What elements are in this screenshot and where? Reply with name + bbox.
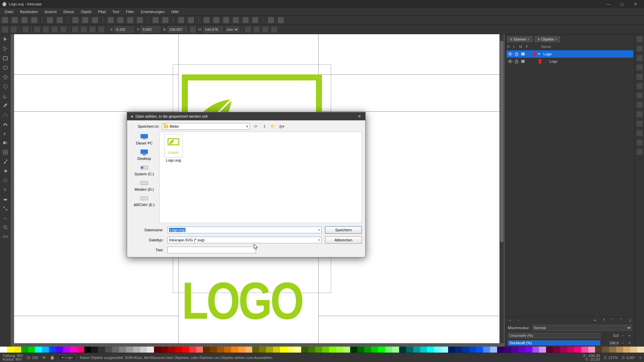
dock-icon[interactable] bbox=[637, 111, 643, 117]
palette-swatch[interactable] bbox=[14, 347, 21, 353]
palette-swatch[interactable] bbox=[364, 347, 371, 353]
palette-swatch[interactable] bbox=[63, 347, 70, 353]
zoom-page-icon[interactable] bbox=[117, 17, 123, 23]
up-one-level-icon[interactable]: ↥ bbox=[261, 123, 267, 129]
window-minimize-button[interactable]: — bbox=[602, 0, 615, 8]
rotate-ccw-icon[interactable] bbox=[34, 26, 40, 33]
palette-swatch[interactable] bbox=[441, 347, 448, 353]
dock-icon[interactable] bbox=[637, 139, 643, 145]
text-tool-icon[interactable]: A bbox=[2, 130, 9, 137]
palette-swatch[interactable] bbox=[294, 347, 301, 353]
unit-select[interactable]: mm bbox=[225, 26, 239, 33]
lpe-tool-icon[interactable] bbox=[2, 215, 9, 221]
palette-swatch[interactable] bbox=[476, 347, 483, 353]
palette-swatch[interactable] bbox=[21, 347, 28, 353]
palette-swatch[interactable] bbox=[371, 347, 378, 353]
prefs-icon[interactable] bbox=[268, 17, 274, 23]
open-icon[interactable] bbox=[12, 17, 18, 23]
palette-swatch[interactable] bbox=[616, 347, 623, 353]
view-menu-icon[interactable]: ▥▾ bbox=[279, 123, 285, 129]
y-input[interactable] bbox=[141, 26, 160, 33]
palette-swatch[interactable] bbox=[287, 347, 294, 353]
palette-swatch[interactable] bbox=[91, 347, 98, 353]
clone-icon[interactable] bbox=[162, 17, 168, 23]
menu-filter[interactable]: Filter bbox=[123, 9, 137, 14]
mesh-tool-icon[interactable] bbox=[2, 149, 9, 156]
lock-status-icon[interactable]: 🔒 bbox=[50, 355, 55, 360]
palette-swatch[interactable] bbox=[35, 347, 42, 353]
palette-swatch[interactable] bbox=[308, 347, 315, 353]
menu-text[interactable]: Text bbox=[110, 9, 122, 14]
palette-swatch[interactable] bbox=[420, 347, 427, 353]
palette-swatch[interactable] bbox=[609, 347, 616, 353]
connector-tool-icon[interactable] bbox=[2, 205, 9, 212]
palette-swatch[interactable] bbox=[140, 347, 147, 353]
palette-swatch[interactable] bbox=[350, 347, 357, 353]
palette-swatch[interactable] bbox=[413, 347, 420, 353]
title-input[interactable] bbox=[167, 247, 256, 253]
window-maximize-button[interactable]: ▢ bbox=[615, 0, 629, 8]
star-tool-icon[interactable] bbox=[2, 74, 9, 80]
blur-minus[interactable]: − bbox=[621, 334, 625, 338]
palette-swatch[interactable] bbox=[175, 347, 182, 353]
palette-swatch[interactable] bbox=[154, 347, 161, 353]
menu-ebene[interactable]: Ebene bbox=[61, 9, 77, 14]
palette-swatch[interactable] bbox=[0, 347, 7, 353]
undo-icon[interactable] bbox=[47, 17, 53, 23]
window-close-button[interactable]: ✕ bbox=[629, 0, 642, 8]
cancel-button[interactable]: Abbrechen bbox=[325, 236, 362, 244]
palette-swatch[interactable] bbox=[567, 347, 574, 353]
palette-swatch[interactable] bbox=[84, 347, 91, 353]
palette-swatch[interactable] bbox=[231, 347, 238, 353]
h-input[interactable] bbox=[203, 26, 223, 33]
dialog-close-button[interactable]: ✕ bbox=[356, 114, 363, 119]
palette-swatch[interactable] bbox=[245, 347, 252, 353]
palette-swatch[interactable] bbox=[518, 347, 525, 353]
measure-tool-icon[interactable] bbox=[2, 233, 9, 240]
dock-icon[interactable] bbox=[637, 102, 643, 108]
dock-icon[interactable] bbox=[637, 83, 643, 89]
rect-tool-icon[interactable] bbox=[2, 55, 9, 62]
place-this-pc[interactable]: Dieser PC bbox=[130, 133, 158, 145]
affect-corner-icon[interactable] bbox=[254, 26, 260, 33]
ungroup-icon[interactable] bbox=[188, 17, 194, 23]
copy-icon[interactable] bbox=[72, 17, 78, 23]
move-down-icon[interactable]: ⤓ bbox=[627, 318, 633, 323]
palette-swatch[interactable] bbox=[343, 347, 350, 353]
affect-stroke-icon[interactable] bbox=[245, 26, 251, 33]
palette-swatch[interactable] bbox=[406, 347, 413, 353]
duplicate-icon[interactable] bbox=[153, 17, 159, 23]
palette-swatch[interactable] bbox=[133, 347, 140, 353]
menu-bearbeiten[interactable]: Bearbeiten bbox=[17, 9, 41, 14]
dock-icon[interactable] bbox=[637, 121, 643, 127]
x-input[interactable] bbox=[114, 26, 134, 33]
new-doc-icon[interactable] bbox=[2, 17, 8, 23]
zoom-tool-icon[interactable] bbox=[2, 224, 9, 231]
vertical-scrollbar[interactable] bbox=[500, 34, 504, 343]
node-tool-icon[interactable] bbox=[2, 46, 9, 52]
save-icon[interactable] bbox=[21, 17, 28, 23]
lock-icon[interactable] bbox=[514, 59, 519, 64]
place-desktop[interactable]: Desktop bbox=[130, 148, 158, 161]
palette-swatch[interactable] bbox=[217, 347, 224, 353]
palette-swatch[interactable] bbox=[637, 347, 644, 353]
pencil-tool-icon[interactable] bbox=[2, 102, 9, 109]
palette-swatch[interactable] bbox=[490, 347, 497, 353]
palette-swatch[interactable] bbox=[280, 347, 287, 353]
zoom-drawing-icon[interactable] bbox=[127, 17, 133, 23]
palette-swatch[interactable] bbox=[630, 347, 637, 353]
palette-swatch[interactable] bbox=[623, 347, 630, 353]
rotate-plus-icon[interactable]: + bbox=[639, 356, 641, 360]
text-dialog-icon[interactable] bbox=[213, 17, 219, 23]
remove-object-button[interactable]: － bbox=[516, 318, 521, 323]
eye-icon[interactable] bbox=[508, 52, 513, 56]
palette-swatch[interactable] bbox=[455, 347, 462, 353]
palette-swatch[interactable] bbox=[266, 347, 273, 353]
dock-icon[interactable] bbox=[637, 64, 643, 70]
palette-swatch[interactable] bbox=[238, 347, 245, 353]
menu-erweiterungen[interactable]: Erweiterungen bbox=[138, 9, 167, 14]
menu-datei[interactable]: Datei bbox=[2, 9, 16, 14]
palette-swatch[interactable] bbox=[574, 347, 581, 353]
menu-ansicht[interactable]: Ansicht bbox=[42, 9, 59, 14]
align-icon[interactable] bbox=[233, 17, 239, 23]
